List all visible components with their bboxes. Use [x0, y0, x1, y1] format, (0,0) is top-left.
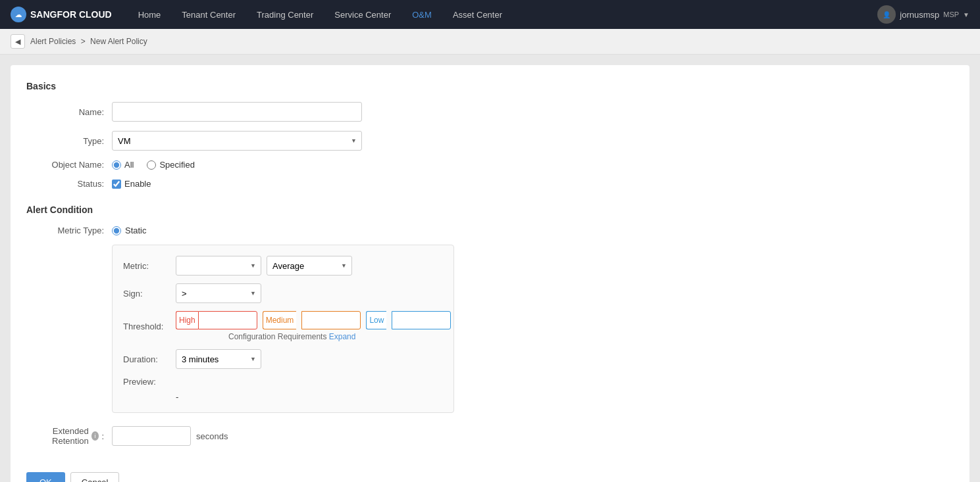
footer-actions: OK Cancel [26, 472, 954, 482]
extended-retention-text: Extended Retention [26, 426, 89, 446]
average-select[interactable]: Average Max Min [267, 256, 352, 276]
duration-inner-label: Duration: [123, 354, 176, 364]
duration-select-wrapper: 1 minute 2 minutes 3 minutes 5 minutes 1… [176, 349, 261, 369]
basics-title: Basics [26, 81, 954, 91]
object-specified-radio[interactable] [147, 160, 156, 170]
user-dropdown-icon[interactable]: ▼ [963, 11, 969, 18]
threshold-low-wrap: Low [366, 311, 451, 329]
breadcrumb-bar: ◀ Alert Policies > New Alert Policy [0, 29, 980, 55]
breadcrumb-parent[interactable]: Alert Policies [30, 37, 76, 46]
threshold-high-label: High [176, 311, 198, 329]
object-all-label: All [124, 160, 134, 170]
breadcrumb: Alert Policies > New Alert Policy [30, 37, 147, 46]
navbar: ☁ SANGFOR CLOUD Home Tenant Center Tradi… [0, 0, 980, 29]
preview-inner-label: Preview: [123, 377, 176, 387]
alert-condition-title: Alert Condition [26, 205, 954, 215]
nav-tenant-center[interactable]: Tenant Center [182, 10, 236, 20]
breadcrumb-current: New Alert Policy [90, 37, 147, 46]
object-specified-option[interactable]: Specified [147, 160, 194, 170]
sign-select-wrapper: > < >= <= = [176, 283, 261, 303]
type-select-wrapper: VM Host Cluster [112, 131, 362, 151]
object-name-label: Object Name: [26, 160, 112, 170]
threshold-low-input[interactable] [392, 311, 451, 329]
nav-trading-center[interactable]: Trading Center [257, 10, 313, 20]
main-content: Basics Name: Type: VM Host Cluster Objec… [11, 65, 969, 482]
extended-retention-label: Extended Retention i : [26, 426, 112, 446]
threshold-medium-wrap: Medium [263, 311, 361, 329]
name-row: Name: [26, 102, 954, 122]
basics-section: Basics Name: Type: VM Host Cluster Objec… [26, 81, 954, 189]
status-enable-label: Enable [124, 179, 151, 189]
status-enable-checkbox[interactable] [112, 180, 121, 189]
config-req-text: Configuration Requirements [228, 332, 326, 341]
duration-select[interactable]: 1 minute 2 minutes 3 minutes 5 minutes 1… [176, 349, 261, 369]
sign-row: Sign: > < >= <= = [123, 283, 443, 303]
type-label: Type: [26, 136, 112, 146]
object-all-option[interactable]: All [112, 160, 134, 170]
brand-name: SANGFOR CLOUD [30, 9, 112, 20]
threshold-inner-label: Threshold: [123, 322, 176, 331]
cancel-button[interactable]: Cancel [70, 472, 119, 482]
alert-condition-card: Metric: Average Max Min [112, 245, 454, 413]
preview-value-row: - [123, 392, 443, 402]
back-button[interactable]: ◀ [11, 34, 25, 49]
metric-type-static-option[interactable]: Static [112, 226, 147, 235]
info-icon: i [91, 431, 99, 441]
brand: ☁ SANGFOR CLOUD [11, 7, 112, 22]
brand-icon: ☁ [11, 7, 26, 22]
nav-user[interactable]: 👤 jornusmsp MSP ▼ [877, 5, 969, 24]
preview-section: Preview: - [123, 377, 443, 402]
object-name-row: Object Name: All Specified [26, 160, 954, 170]
nav-asset-center[interactable]: Asset Center [453, 10, 502, 20]
status-row: Status: Enable [26, 179, 954, 189]
object-name-radio-group: All Specified [112, 160, 195, 170]
threshold-inputs-row: High Medium Low [176, 311, 451, 329]
name-input[interactable] [112, 102, 362, 122]
preview-value: - [176, 392, 178, 402]
metric-inner-label: Metric: [123, 261, 176, 271]
extended-retention-input[interactable]: 0 [112, 426, 191, 446]
sign-select[interactable]: > < >= <= = [176, 283, 261, 303]
metric-row: Metric: Average Max Min [123, 256, 443, 276]
preview-row: Preview: [123, 377, 443, 389]
duration-row: Duration: 1 minute 2 minutes 3 minutes 5… [123, 349, 443, 369]
object-specified-label: Specified [159, 160, 194, 170]
config-requirements: Configuration Requirements Expand [228, 332, 451, 341]
metric-type-static-radio[interactable] [112, 226, 121, 235]
metric-type-static-label: Static [125, 226, 147, 235]
user-avatar: 👤 [877, 5, 896, 24]
metric-selects: Average Max Min [176, 256, 352, 276]
metric-select-wrapper [176, 256, 261, 276]
threshold-inputs-group: High Medium Low [176, 311, 451, 341]
threshold-high-wrap: High [176, 311, 257, 329]
metric-type-label: Metric Type: [26, 226, 112, 235]
expand-link[interactable]: Expand [329, 332, 356, 341]
nav-om[interactable]: O&M [412, 10, 432, 20]
nav-home[interactable]: Home [138, 10, 161, 20]
threshold-medium-label: Medium [263, 311, 297, 329]
extended-retention-row: Extended Retention i : 0 seconds [26, 426, 954, 446]
metric-select[interactable] [176, 256, 261, 276]
status-enable-option[interactable]: Enable [112, 179, 151, 189]
threshold-row: Threshold: High Medium [123, 311, 443, 341]
object-all-radio[interactable] [112, 160, 121, 170]
threshold-low-label: Low [366, 311, 386, 329]
nav-links: Home Tenant Center Trading Center Servic… [138, 10, 878, 20]
threshold-medium-input[interactable] [301, 311, 361, 329]
nav-service-center[interactable]: Service Center [334, 10, 391, 20]
average-select-wrapper: Average Max Min [267, 256, 352, 276]
metric-type-row: Metric Type: Static [26, 226, 954, 235]
alert-condition-section: Alert Condition Metric Type: Static Metr… [26, 205, 954, 446]
name-label: Name: [26, 107, 112, 117]
sign-inner-label: Sign: [123, 289, 176, 299]
breadcrumb-separator: > [81, 37, 86, 46]
user-name: jornusmsp [900, 10, 939, 20]
threshold-high-input[interactable] [198, 311, 257, 329]
ok-button[interactable]: OK [26, 472, 65, 482]
type-row: Type: VM Host Cluster [26, 131, 954, 151]
type-select[interactable]: VM Host Cluster [112, 131, 362, 151]
user-role: MSP [943, 11, 959, 18]
status-label: Status: [26, 179, 112, 189]
seconds-label: seconds [196, 431, 228, 441]
